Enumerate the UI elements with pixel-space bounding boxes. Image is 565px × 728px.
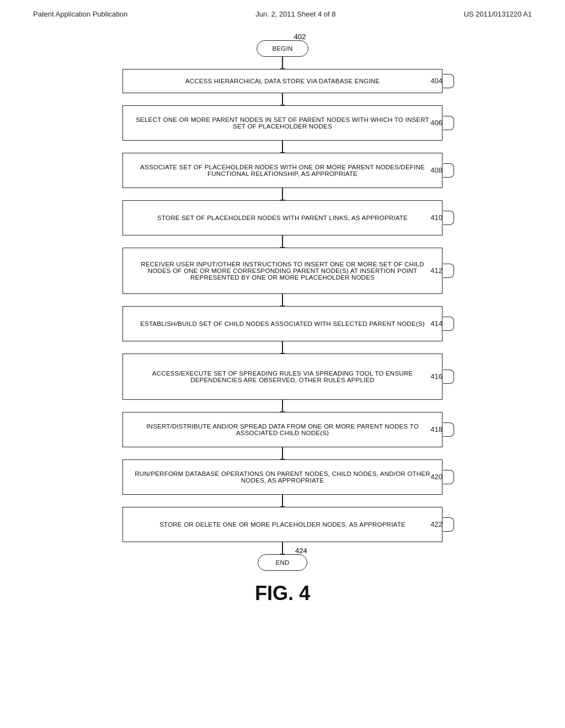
curl-0 <box>443 74 454 88</box>
step-node-3: STORE SET OF PLACEHOLDER NODES WITH PARE… <box>122 200 443 235</box>
header-right: US 2011/0131220 A1 <box>463 10 532 18</box>
begin-row: 402 BEGIN <box>44 40 521 57</box>
step-label-1: SELECT ONE OR MORE PARENT NODES IN SET O… <box>134 116 431 130</box>
step-row-1: SELECT ONE OR MORE PARENT NODES IN SET O… <box>122 105 443 141</box>
step-label-6: ACCESS/EXECUTE SET OF SPREADING RULES VI… <box>134 370 431 383</box>
step-label-0: ACCESS HIERARCHICAL DATA STORE VIA DATAB… <box>185 78 380 84</box>
ref-label-7: 418 <box>430 425 443 434</box>
curl-9 <box>443 517 454 532</box>
ref-label-9: 422 <box>430 520 443 529</box>
step-label-8: RUN/PERFORM DATABASE OPERATIONS ON PAREN… <box>134 470 431 484</box>
ref-label-2: 408 <box>430 166 443 175</box>
step-label-3: STORE SET OF PLACEHOLDER NODES WITH PARE… <box>157 215 408 221</box>
ref-label-3: 410 <box>430 213 443 222</box>
curl-3 <box>443 211 454 225</box>
step-node-7: INSERT/DISTRIBUTE AND/OR SPREAD DATA FRO… <box>122 412 443 447</box>
arrow-final <box>282 542 283 554</box>
curl-8 <box>443 470 454 484</box>
curl-7 <box>443 422 454 437</box>
diagram-container: 402 BEGIN ACCESS HIERARCHICAL DATA STORE… <box>0 24 565 616</box>
step-node-4: RECEIVER USER INPUT/OTHER INSTRUCTIONS T… <box>122 248 443 294</box>
ref-label-6: 416 <box>430 372 443 381</box>
arrow-0 <box>282 57 283 69</box>
step-label-7: INSERT/DISTRIBUTE AND/OR SPREAD DATA FRO… <box>134 423 431 436</box>
page-header: Patent Application Publication Jun. 2, 2… <box>0 0 565 24</box>
arrow-3 <box>282 188 283 200</box>
arrow-1 <box>282 93 283 105</box>
curl-2 <box>443 163 454 178</box>
step-node-0: ACCESS HIERARCHICAL DATA STORE VIA DATAB… <box>122 69 443 93</box>
ref-label-8: 420 <box>430 473 443 481</box>
arrow-9 <box>282 495 283 507</box>
step-label-4: RECEIVER USER INPUT/OTHER INSTRUCTIONS T… <box>134 261 431 281</box>
steps-area: ACCESS HIERARCHICAL DATA STORE VIA DATAB… <box>122 57 443 554</box>
step-node-1: SELECT ONE OR MORE PARENT NODES IN SET O… <box>122 105 443 141</box>
arrow-6 <box>282 341 283 354</box>
step-node-5: ESTABLISH/BUILD SET OF CHILD NODES ASSOC… <box>122 306 443 341</box>
begin-label: BEGIN <box>273 45 293 52</box>
step-row-7: INSERT/DISTRIBUTE AND/OR SPREAD DATA FRO… <box>122 412 443 447</box>
step-row-9: STORE OR DELETE ONE OR MORE PLACEHOLDER … <box>122 507 443 542</box>
ref-label-0: 404 <box>430 77 443 85</box>
arrow-2 <box>282 141 283 153</box>
step-node-8: RUN/PERFORM DATABASE OPERATIONS ON PAREN… <box>122 459 443 495</box>
end-ref: 424 <box>295 547 307 555</box>
end-row: 424 END <box>44 554 521 571</box>
curl-6 <box>443 370 454 384</box>
arrow-4 <box>282 235 283 248</box>
end-node: END <box>258 554 307 571</box>
step-row-3: STORE SET OF PLACEHOLDER NODES WITH PARE… <box>122 200 443 235</box>
ref-label-1: 406 <box>430 119 443 127</box>
begin-ref: 402 <box>294 33 306 41</box>
arrow-7 <box>282 400 283 412</box>
step-label-2: ASSOCIATE SET OF PLACEHOLDER NODES WITH … <box>134 164 431 177</box>
step-node-9: STORE OR DELETE ONE OR MORE PLACEHOLDER … <box>122 507 443 542</box>
step-label-5: ESTABLISH/BUILD SET OF CHILD NODES ASSOC… <box>140 320 425 327</box>
header-left: Patent Application Publication <box>33 10 127 18</box>
arrow-8 <box>282 447 283 459</box>
ref-label-5: 414 <box>430 319 443 328</box>
ref-label-4: 412 <box>430 266 443 275</box>
step-row-4: RECEIVER USER INPUT/OTHER INSTRUCTIONS T… <box>122 248 443 294</box>
arrow-5 <box>282 294 283 306</box>
step-row-8: RUN/PERFORM DATABASE OPERATIONS ON PAREN… <box>122 459 443 495</box>
step-node-2: ASSOCIATE SET OF PLACEHOLDER NODES WITH … <box>122 153 443 188</box>
curl-5 <box>443 317 454 331</box>
step-row-6: ACCESS/EXECUTE SET OF SPREADING RULES VI… <box>122 354 443 400</box>
end-label: END <box>276 559 290 566</box>
step-row-5: ESTABLISH/BUILD SET OF CHILD NODES ASSOC… <box>122 306 443 341</box>
fig-label: FIG. 4 <box>255 582 310 605</box>
header-center: Jun. 2, 2011 Sheet 4 of 8 <box>255 10 335 18</box>
curl-1 <box>443 116 454 130</box>
begin-node: BEGIN <box>257 40 309 57</box>
curl-4 <box>443 264 454 278</box>
step-label-9: STORE OR DELETE ONE OR MORE PLACEHOLDER … <box>159 521 406 528</box>
step-row-2: ASSOCIATE SET OF PLACEHOLDER NODES WITH … <box>122 153 443 188</box>
step-node-6: ACCESS/EXECUTE SET OF SPREADING RULES VI… <box>122 354 443 400</box>
step-row-0: ACCESS HIERARCHICAL DATA STORE VIA DATAB… <box>122 69 443 93</box>
